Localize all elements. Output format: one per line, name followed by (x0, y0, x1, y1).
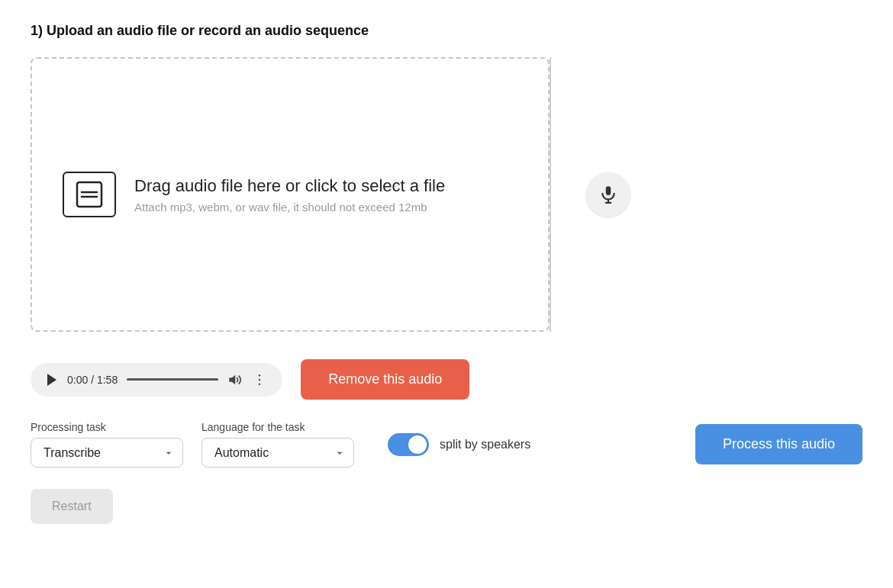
upload-main-text: Drag audio file here or click to select … (134, 176, 445, 196)
volume-button[interactable] (227, 372, 243, 387)
page-title: 1) Upload an audio file or record an aud… (31, 23, 862, 39)
processing-task-group: Processing task Transcribe Translate (31, 421, 183, 468)
language-select[interactable]: Automatic English Spanish French German (201, 438, 354, 468)
upload-dropzone[interactable]: Drag audio file here or click to select … (31, 57, 550, 332)
restart-button[interactable]: Restart (31, 489, 113, 524)
split-speakers-area: split by speakers (388, 433, 530, 456)
upload-sub-text: Attach mp3, webm, or wav file, it should… (134, 201, 445, 214)
audio-file-icon (63, 172, 116, 217)
more-dots-icon (252, 372, 267, 387)
process-audio-button[interactable]: Process this audio (695, 424, 862, 464)
svg-rect-0 (77, 182, 102, 207)
play-button[interactable] (46, 373, 58, 387)
processing-task-label: Processing task (31, 421, 183, 433)
svg-rect-3 (606, 186, 611, 195)
remove-audio-button[interactable]: Remove this audio (301, 359, 469, 400)
play-icon (46, 373, 58, 387)
time-display: 0:00 / 1:58 (67, 374, 118, 386)
upload-area-wrapper: Drag audio file here or click to select … (31, 57, 862, 332)
mic-button-area (551, 57, 643, 332)
audio-file-svg (74, 179, 105, 210)
split-toggle[interactable] (388, 433, 429, 456)
toggle-slider (388, 433, 429, 456)
audio-player-row: 0:00 / 1:58 Remove this audio (31, 359, 862, 400)
mic-button[interactable] (586, 172, 630, 217)
more-options-button[interactable] (252, 372, 267, 387)
upload-text-block: Drag audio file here or click to select … (134, 176, 445, 214)
svg-point-9 (259, 378, 261, 381)
processing-task-select[interactable]: Transcribe Translate (31, 438, 183, 468)
progress-bar[interactable] (127, 378, 218, 381)
language-group: Language for the task Automatic English … (201, 421, 354, 468)
volume-icon (227, 372, 243, 387)
split-label: split by speakers (440, 438, 530, 451)
mic-icon (598, 185, 618, 204)
controls-row: Processing task Transcribe Translate Lan… (31, 421, 862, 468)
svg-point-8 (259, 374, 261, 376)
svg-marker-6 (47, 374, 56, 386)
svg-marker-7 (230, 375, 236, 384)
audio-player: 0:00 / 1:58 (31, 363, 282, 397)
language-label: Language for the task (201, 421, 354, 433)
dropzone-content: Drag audio file here or click to select … (63, 172, 445, 217)
restart-row: Restart (31, 489, 862, 524)
svg-point-10 (259, 383, 261, 385)
